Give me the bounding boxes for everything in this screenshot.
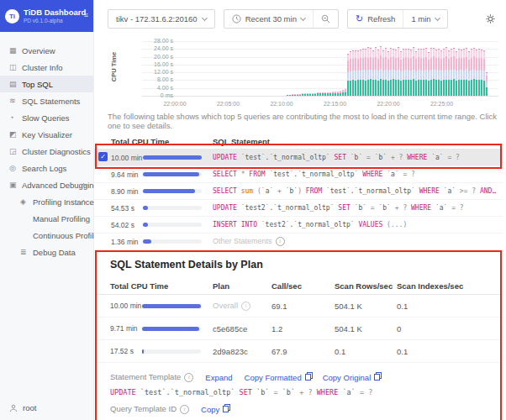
cpu-bar-track xyxy=(143,189,202,193)
info-icon[interactable] xyxy=(241,302,250,311)
sql-token: `test2`.`t_normal_oltp` xyxy=(241,204,339,212)
sql-token: + xyxy=(299,388,308,396)
time-range-group: Recent 30 min xyxy=(224,9,339,29)
scan-rows-sec-cell: 504.1 K xyxy=(335,324,397,333)
plan-value: 2d9a823c xyxy=(213,347,248,356)
sidebar-item-label: SQL Statements xyxy=(22,97,80,106)
instance-selector-value: tikv - 172.31.6.2:20160 xyxy=(116,14,198,24)
zoom-out-time-button[interactable] xyxy=(313,10,338,28)
user-menu[interactable]: root xyxy=(9,403,36,412)
sql-token: SELECT xyxy=(213,171,241,178)
checkbox-checked[interactable]: ✓ xyxy=(98,152,108,161)
sidebar-item-cluster-diagnostics[interactable]: ◲Cluster Diagnostics xyxy=(0,143,93,160)
refresh-icon: ↻ xyxy=(356,14,363,24)
sidebar-header: Ti TiDB Dashboard PD v6.1.0-alpha ≡ xyxy=(0,0,93,32)
cpu-bar-track xyxy=(143,223,202,227)
sql-token: `a` xyxy=(261,187,277,195)
settings-button[interactable] xyxy=(483,12,498,26)
advanced-debugging-icon: ▣ xyxy=(9,181,22,189)
top-sql-row[interactable]: 1.36 minOther Statements xyxy=(94,234,503,250)
copy-formatted-link[interactable]: Copy Formatted xyxy=(245,373,311,382)
info-icon[interactable] xyxy=(276,237,285,246)
top-sql-row[interactable]: 8.90 minSELECT sum (`a` + `b`) FROM `tes… xyxy=(94,183,503,200)
sidebar-item-label: Search Logs xyxy=(22,164,66,173)
refresh-interval-selector[interactable]: 1 min xyxy=(403,10,446,28)
sidebar-item-manual-profiling[interactable]: Manual Profiling xyxy=(0,210,93,227)
total-cpu-time-cell: 10.00 min xyxy=(111,154,213,162)
cpu-bar-fill xyxy=(143,239,151,244)
sidebar: Ti TiDB Dashboard PD v6.1.0-alpha ≡ ▦Ove… xyxy=(0,0,94,420)
y-axis-tick-label: 12.00 s xyxy=(140,69,173,75)
cpu-bar-track xyxy=(142,327,201,331)
time-range-selector[interactable]: Recent 30 min xyxy=(224,10,313,28)
sidebar-item-search-logs[interactable]: ◎Search Logs xyxy=(0,160,93,176)
copy-digest-link[interactable]: Copy xyxy=(201,405,229,414)
top-sql-row[interactable]: 54.53 sUPDATE `test2`.`t_normal_oltp` SE… xyxy=(94,200,503,217)
sql-token: ? xyxy=(456,154,460,161)
sidebar-item-debug-data[interactable]: ≣Debug Data xyxy=(0,244,93,260)
plan-row[interactable]: 10.00 minOverall69.1504.1 K0.1 xyxy=(97,295,500,318)
info-icon[interactable] xyxy=(184,373,193,382)
plan-row[interactable]: 17.52 s2d9a823c67.90.10.1 xyxy=(97,340,500,363)
sql-token: VALUES xyxy=(358,221,387,228)
plan-value: c5e685ce xyxy=(213,324,247,333)
sql-token: `test`.`t_normal_oltp` xyxy=(326,187,419,195)
sql-token: = xyxy=(403,171,411,178)
scan-rows-sec-cell: 504.1 K xyxy=(335,302,397,311)
statement-template-sql: UPDATE `test`.`t_normal_oltp` SET `b` = … xyxy=(110,388,500,396)
sql-token: SET xyxy=(240,388,256,396)
copy-icon xyxy=(305,374,311,381)
instance-selector[interactable]: tikv - 172.31.6.2:20160 xyxy=(108,9,215,29)
sql-token: ? xyxy=(403,204,411,212)
copy-original-link[interactable]: Copy Original xyxy=(323,373,381,382)
sidebar-collapse-icon[interactable]: ≡ xyxy=(84,11,88,19)
cluster-info-icon: ◫ xyxy=(9,63,22,71)
cpu-bar-fill xyxy=(143,189,195,193)
sidebar-item-profiling-instances[interactable]: ◈Profiling Instances xyxy=(0,193,93,210)
sql-token: WHERE xyxy=(317,388,343,396)
top-sql-row[interactable]: ✓10.00 minUPDATE `test`.`t_normal_oltp` … xyxy=(94,150,503,166)
tidb-dashboard-app: Ti TiDB Dashboard PD v6.1.0-alpha ≡ ▦Ove… xyxy=(0,0,506,420)
sql-token: `b` xyxy=(378,204,394,212)
sql-token: `b` xyxy=(355,204,371,212)
cpu-time-chart[interactable]: CPU Time 28.00 s24.00 s20.00 s16.00 s12.… xyxy=(108,38,503,118)
sidebar-item-advanced-debugging[interactable]: ▣Advanced Debugging xyxy=(0,176,93,193)
total-cpu-time-cell: 1.36 min xyxy=(111,238,213,246)
top-sql-row[interactable]: 9.64 minSELECT * FROM `test`.`t_normal_o… xyxy=(94,166,503,183)
total-cpu-time-cell: 17.52 s xyxy=(110,347,213,355)
call-sec-cell: 69.1 xyxy=(271,302,335,311)
info-icon[interactable] xyxy=(180,405,189,414)
top-sql-row[interactable]: 54.02 sINSERT INTO `test2`.`t_normal_olt… xyxy=(94,217,503,234)
sidebar-item-key-visualizer[interactable]: ◩Key Visualizer xyxy=(0,126,93,143)
sql-token: >= xyxy=(460,187,472,195)
sidebar-item-top-sql[interactable]: ▤Top SQL xyxy=(0,76,93,92)
refresh-button[interactable]: ↻ Refresh xyxy=(348,10,403,28)
x-axis-tick-label: 22:25:00 xyxy=(424,101,461,107)
total-cpu-time-cell: 54.53 s xyxy=(111,204,213,213)
cpu-time-value: 9.64 min xyxy=(111,171,143,179)
sql-token: WHERE xyxy=(407,154,431,161)
sql-token: sum xyxy=(241,187,257,195)
y-axis-tick-label: 20.00 s xyxy=(140,54,173,60)
scan-indexes-sec-cell: 0 xyxy=(397,324,500,333)
total-cpu-time-cell: 54.02 s xyxy=(111,221,213,229)
sidebar-item-slow-queries[interactable]: ◔Slow Queries xyxy=(0,109,93,126)
sql-token: (...) xyxy=(387,221,407,228)
sidebar-item-overview[interactable]: ▦Overview xyxy=(0,42,93,59)
sidebar-item-sql-statements[interactable]: ≋SQL Statements xyxy=(0,92,93,109)
debug-data-icon: ≣ xyxy=(20,248,33,256)
sql-token: Other Statements xyxy=(213,237,272,245)
sql-token: = xyxy=(360,388,368,396)
plan-table-header: Total CPU Time Plan Call/sec Scan Rows/s… xyxy=(97,277,500,295)
x-axis-tick-label: 22:20:00 xyxy=(370,101,407,107)
expand-link[interactable]: Expand xyxy=(205,373,232,382)
plan-cell: c5e685ce xyxy=(213,324,271,333)
total-cpu-time-cell: 10.00 min xyxy=(110,302,213,310)
plan-row[interactable]: 9.71 minc5e685ce1.2504.1 K0 xyxy=(97,318,500,340)
sidebar-item-cluster-info[interactable]: ◫Cluster Info xyxy=(0,59,93,76)
search-logs-icon: ◎ xyxy=(9,164,22,172)
sql-token: WHERE xyxy=(362,171,387,178)
statement-template-label: Statement Template xyxy=(110,372,193,382)
x-axis-tick-label: 22:10:00 xyxy=(263,101,300,107)
sidebar-item-continuous-profiling[interactable]: Continuous Profiling xyxy=(0,227,93,244)
